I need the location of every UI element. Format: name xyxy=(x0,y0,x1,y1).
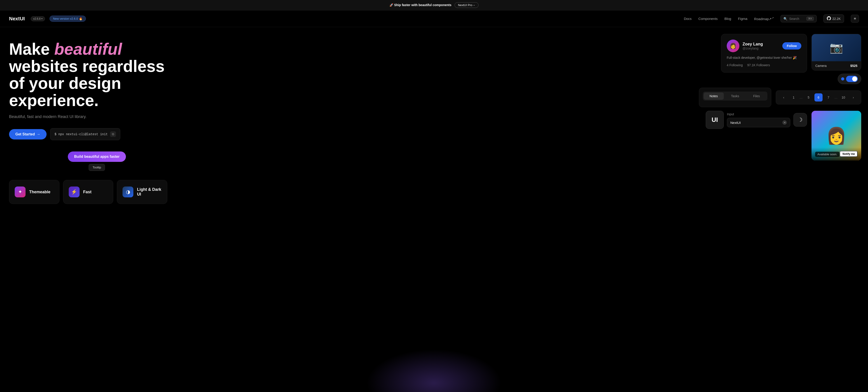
following-count: 4 Following xyxy=(727,63,743,67)
right-widgets: 👩 Zoey Lang @zoeylang Follow Full-stack … xyxy=(699,34,861,160)
announcement-text: Ship faster with beautiful components xyxy=(394,3,452,7)
input-value: NextUI xyxy=(730,121,741,125)
fast-icon: ⚡ xyxy=(69,186,80,198)
camera-info: Camera $525 xyxy=(812,61,861,70)
title-prefix: Make xyxy=(9,40,54,58)
toggle-dot xyxy=(841,77,844,81)
available-text: Available soon. xyxy=(815,152,839,157)
profile-name-group: Zoey Lang @zoeylang xyxy=(743,42,763,50)
tab-tasks[interactable]: Tasks xyxy=(725,92,745,100)
profile-stats: 4 Following 97.1K Followers xyxy=(727,63,801,67)
theme-toggle-button[interactable]: ☀ xyxy=(851,15,859,23)
lightdark-icon: ◑ xyxy=(123,186,133,198)
input-label: Input xyxy=(727,112,790,116)
nav-roadmap[interactable]: Roadmap↗ xyxy=(754,17,774,21)
input-field[interactable]: NextUI ✕ xyxy=(727,118,790,127)
camera-card: 📷 Camera $525 xyxy=(811,34,861,70)
navbar: NextUI v2.6.8 New version v2.6.0 🔥 Docs … xyxy=(0,10,868,27)
ui-icon-box: UI xyxy=(706,111,724,129)
tabs-widget: Notes Tasks Files xyxy=(699,88,771,107)
new-version-badge[interactable]: New version v2.6.0 🔥 xyxy=(50,16,86,22)
toggle-widget xyxy=(838,74,861,84)
github-icon xyxy=(827,16,831,21)
input-clear-button[interactable]: ✕ xyxy=(782,120,787,125)
profile-card: 👩 Zoey Lang @zoeylang Follow Full-stack … xyxy=(721,34,807,72)
tabs-row: Notes Tasks Files xyxy=(703,92,767,100)
hero-section: Make beautiful websites regardless of yo… xyxy=(9,41,167,385)
feature-fast: ⚡ Fast xyxy=(63,180,114,204)
announcement-bar: 🚀 Ship faster with beautiful components … xyxy=(0,0,868,10)
page-10-button[interactable]: 10 xyxy=(839,93,847,101)
follow-button[interactable]: Follow xyxy=(782,42,801,50)
input-group-row: UI Input NextUI ✕ ☽ xyxy=(706,111,807,129)
feature-row: ✦ Themeable ⚡ Fast ◑ Light & Dark UI xyxy=(9,180,167,204)
top-widgets-row: 👩 Zoey Lang @zoeylang Follow Full-stack … xyxy=(721,34,861,84)
nav-docs[interactable]: Docs xyxy=(684,17,691,21)
tooltip-trigger-button[interactable]: Build beautiful apps faster xyxy=(68,151,126,162)
title-highlight: beautiful xyxy=(54,40,122,58)
search-bar[interactable]: 🔍 Search ⌘K xyxy=(780,15,817,22)
dots-2: … xyxy=(834,96,837,99)
tooltip-area: Build beautiful apps faster Tooltip xyxy=(68,151,126,162)
get-started-arrow: → xyxy=(37,132,40,136)
camera-price: $525 xyxy=(850,64,857,68)
next-page-button[interactable]: › xyxy=(849,93,857,101)
github-link[interactable]: 22.2K xyxy=(824,14,844,23)
profile-name: Zoey Lang xyxy=(743,42,763,47)
nav-links: Docs Components Blog Figma Roadmap↗ 🔍 Se… xyxy=(684,14,859,23)
tooltip-box: Tooltip xyxy=(89,164,105,171)
nav-components[interactable]: Components xyxy=(699,17,718,21)
music-overlay: Available soon. Notify me xyxy=(811,147,861,160)
copy-button[interactable]: ⧉ xyxy=(110,131,116,137)
main-content: Make beautiful websites regardless of yo… xyxy=(0,27,868,392)
tooltip-section: Build beautiful apps faster Tooltip xyxy=(68,151,167,162)
middle-widgets-row: Notes Tasks Files ‹ 1 … 5 6 7 … 10 › xyxy=(699,88,861,107)
search-label: Search xyxy=(789,17,799,21)
feature-lightdark: ◑ Light & Dark UI xyxy=(117,180,167,204)
themeable-label: Themeable xyxy=(29,190,51,194)
page-6-button[interactable]: 6 xyxy=(814,93,823,101)
nav-blog[interactable]: Blog xyxy=(724,17,731,21)
dots-1: … xyxy=(800,96,803,99)
toggle-thumb xyxy=(852,77,857,81)
page-1-button[interactable]: 1 xyxy=(789,93,798,101)
profile-avatar: 👩 xyxy=(727,39,739,52)
dark-mode-button[interactable]: ☽ xyxy=(794,113,807,127)
profile-identity: 👩 Zoey Lang @zoeylang xyxy=(727,39,763,52)
feature-themeable: ✦ Themeable xyxy=(9,180,59,204)
pagination-widget: ‹ 1 … 5 6 7 … 10 › xyxy=(776,90,861,104)
search-icon: 🔍 xyxy=(783,17,787,21)
music-card: 👩 Available soon. Notify me xyxy=(811,111,861,160)
version-selector[interactable]: v2.6.8 xyxy=(31,16,45,21)
prev-page-button[interactable]: ‹ xyxy=(780,93,788,101)
profile-header: 👩 Zoey Lang @zoeylang Follow xyxy=(727,39,801,52)
cli-command: $ npx nextui-cli@latest init ⧉ xyxy=(50,128,120,140)
hero-actions: Get Started → $ npx nextui-cli@latest in… xyxy=(9,128,167,140)
camera-name: Camera xyxy=(815,64,827,68)
tab-notes[interactable]: Notes xyxy=(704,92,724,100)
toggle-track[interactable] xyxy=(846,76,858,82)
themeable-icon: ✦ xyxy=(15,186,26,198)
fast-label: Fast xyxy=(83,190,92,194)
title-suffix: websites regardless of your design exper… xyxy=(9,57,164,110)
profile-bio: Full-stack developer, @getnextui lover s… xyxy=(727,55,801,60)
tab-files[interactable]: Files xyxy=(746,92,767,100)
page-7-button[interactable]: 7 xyxy=(825,93,833,101)
bottom-widgets-row: UI Input NextUI ✕ ☽ 👩 Available soon. xyxy=(706,111,861,160)
bg-glow xyxy=(366,349,502,392)
nav-logo: NextUI xyxy=(9,16,25,22)
get-started-button[interactable]: Get Started → xyxy=(9,129,46,140)
pro-button[interactable]: NextUI Pro→ xyxy=(455,2,479,8)
hero-subtitle: Beautiful, fast and modern React UI libr… xyxy=(9,114,167,119)
github-stars: 22.2K xyxy=(832,17,841,21)
profile-handle: @zoeylang xyxy=(743,47,763,50)
announcement-rocket: 🚀 xyxy=(390,3,393,7)
input-widget: Input NextUI ✕ xyxy=(727,112,790,127)
right-widget-col: 📷 Camera $525 xyxy=(811,34,861,84)
camera-image: 📷 xyxy=(812,34,861,61)
cli-text: $ npx nextui-cli@latest init xyxy=(55,132,107,136)
followers-count: 97.1K Followers xyxy=(747,63,770,67)
nav-figma[interactable]: Figma xyxy=(738,17,747,21)
notify-button[interactable]: Notify me xyxy=(840,151,858,157)
page-5-button[interactable]: 5 xyxy=(804,93,813,101)
